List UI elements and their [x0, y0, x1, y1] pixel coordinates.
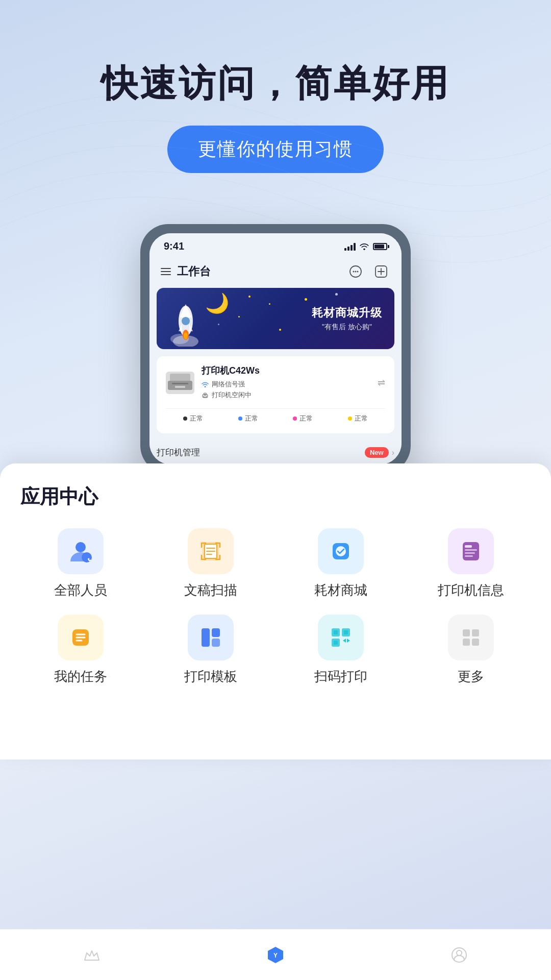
printer-image	[166, 372, 194, 394]
app-label-shop: 耗材商城	[314, 581, 367, 599]
phone-screen: 9:41	[149, 233, 402, 464]
svg-rect-13	[170, 374, 190, 382]
app-grid: 全部人员 文稿扫描	[20, 528, 531, 685]
printer-status-icon	[202, 393, 209, 398]
tab-home[interactable]	[0, 942, 184, 968]
app-item-task[interactable]: 我的任务	[20, 615, 140, 685]
svg-rect-48	[472, 629, 479, 636]
battery-icon	[373, 243, 387, 250]
tab-profile[interactable]	[367, 942, 551, 968]
app-icon-task	[58, 615, 104, 660]
app-item-printer-info[interactable]: 打印机信息	[411, 528, 531, 599]
banner-moon-icon: 🌙	[205, 292, 229, 314]
arrow-right-icon: ›	[392, 448, 394, 457]
app-item-qr-print[interactable]: 扫码打印	[281, 615, 400, 685]
app-item-more[interactable]: 更多	[411, 615, 531, 685]
management-label: 打印机管理	[157, 447, 200, 458]
header-left: 工作台	[161, 264, 211, 279]
svg-rect-50	[472, 639, 479, 646]
app-label-people: 全部人员	[54, 581, 107, 599]
svg-rect-14	[168, 381, 192, 390]
svg-rect-38	[202, 628, 210, 647]
printer-idle-status: 打印机空闲中	[202, 390, 260, 400]
new-badge: New	[365, 447, 389, 458]
management-row[interactable]: 打印机管理 New ›	[149, 440, 402, 464]
svg-rect-42	[334, 630, 338, 634]
printer-details: 打印机C42Ws 网络信号强	[202, 364, 260, 401]
ink-yellow: 正常	[348, 414, 368, 423]
svg-point-1	[353, 271, 355, 273]
printer-left: 打印机C42Ws 网络信号强	[166, 364, 260, 401]
app-center-card: 应用中心 全部人员	[0, 463, 551, 760]
menu-icon[interactable]	[161, 268, 171, 275]
ink-magenta: 正常	[293, 414, 313, 423]
status-bar: 9:41	[149, 233, 402, 257]
wifi-status-icon	[202, 382, 209, 387]
header-right	[346, 262, 390, 281]
network-status: 网络信号强	[202, 380, 260, 389]
app-label-qr-print: 扫码打印	[314, 668, 367, 685]
svg-rect-18	[204, 393, 207, 395]
svg-point-10	[182, 317, 190, 325]
management-right: New ›	[365, 447, 394, 458]
tab-bar: Y	[0, 929, 551, 980]
banner-text: 耗材商城升级 "有售后 放心购"	[312, 305, 382, 332]
banner-subtitle: "有售后 放心购"	[312, 323, 382, 332]
app-item-people[interactable]: 全部人员	[20, 528, 140, 599]
wifi-icon	[360, 243, 369, 250]
tab-center[interactable]: Y	[184, 942, 367, 968]
banner-title: 耗材商城升级	[312, 305, 382, 321]
app-icon-scan	[188, 528, 234, 574]
app-icon-printer-info	[448, 528, 494, 574]
crown-icon	[79, 942, 105, 968]
status-time: 9:41	[164, 240, 184, 252]
signal-icon	[344, 242, 356, 251]
svg-rect-29	[463, 542, 479, 560]
app-item-shop[interactable]: 耗材商城	[281, 528, 400, 599]
app-label-printer-info: 打印机信息	[438, 581, 504, 599]
app-label-template: 打印模板	[184, 668, 237, 685]
profile-circle-icon	[446, 942, 472, 968]
ink-cyan: 正常	[238, 414, 258, 423]
svg-point-12	[184, 332, 188, 339]
app-item-scan[interactable]: 文稿扫描	[151, 528, 270, 599]
svg-rect-30	[465, 545, 472, 548]
svg-point-3	[357, 271, 359, 273]
message-icon[interactable]	[346, 262, 365, 281]
banner-rocket-icon	[167, 298, 205, 347]
app-icon-people	[58, 528, 104, 574]
svg-point-54	[457, 950, 462, 955]
app-icon-more	[448, 615, 494, 660]
ink-black: 正常	[183, 414, 203, 423]
svg-rect-15	[172, 383, 188, 384]
app-icon-template	[188, 615, 234, 660]
svg-point-2	[355, 271, 357, 273]
banner[interactable]: 🌙 耗材商城升级 "有售后 放心购"	[157, 288, 394, 349]
ink-levels: 正常 正常 正常 正常	[166, 408, 385, 425]
svg-rect-19	[204, 396, 207, 398]
app-item-template[interactable]: 打印模板	[151, 615, 270, 685]
hero-title: 快速访问，简单好用	[20, 61, 531, 105]
printer-name: 打印机C42Ws	[202, 364, 260, 377]
app-center-title: 应用中心	[20, 484, 531, 510]
printer-card: 打印机C42Ws 网络信号强	[157, 356, 394, 433]
app-icon-qr-print	[318, 615, 364, 660]
hexagon-icon: Y	[263, 942, 288, 968]
svg-rect-16	[175, 386, 185, 388]
app-icon-shop	[318, 528, 364, 574]
hero-button[interactable]: 更懂你的使用习惯	[167, 126, 384, 173]
status-icons	[344, 242, 387, 251]
app-label-scan: 文稿扫描	[184, 581, 237, 599]
svg-rect-47	[463, 629, 470, 636]
svg-rect-39	[212, 628, 220, 637]
svg-rect-44	[344, 630, 348, 634]
svg-rect-40	[212, 639, 220, 647]
add-icon[interactable]	[372, 262, 390, 281]
switch-icon[interactable]: ⇌	[378, 377, 385, 388]
app-label-task: 我的任务	[54, 668, 107, 685]
app-label-more: 更多	[458, 668, 484, 685]
svg-rect-31	[465, 549, 477, 551]
phone-mockup: 9:41	[140, 224, 411, 474]
phone-mockup-container: 9:41	[0, 224, 551, 474]
hero-section: 快速访问，简单好用 更懂你的使用习惯	[0, 0, 551, 204]
